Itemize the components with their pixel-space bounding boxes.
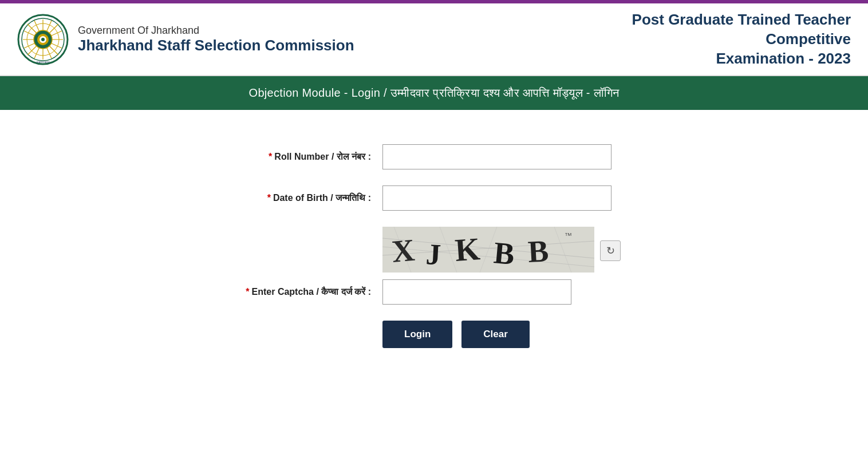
header-left: JHARKHAND Government Of Jharkhand Jharkh… [17,14,354,65]
captcha-container: X J K B B ™ [382,227,594,275]
login-form: *Roll Number / रोल नंबर : *Date of Birth… [199,144,669,348]
button-row: Login Clear [382,321,669,348]
dob-row: *Date of Birth / जन्मतिथि : [199,185,669,211]
dob-input[interactable] [382,185,611,211]
gov-logo: JHARKHAND [17,14,69,65]
required-star-captcha: * [246,287,249,297]
svg-text:J: J [425,238,441,271]
main-content: *Roll Number / रोल नंबर : *Date of Birth… [0,110,868,371]
svg-point-13 [41,38,45,41]
captcha-input[interactable] [382,279,571,305]
roll-number-input[interactable] [382,144,611,169]
svg-text:X: X [390,232,416,269]
dob-label: *Date of Birth / जन्मतिथि : [199,193,382,203]
roll-number-label: *Roll Number / रोल नंबर : [199,152,382,162]
svg-text:K: K [454,231,482,268]
captcha-input-row: *Enter Captcha / कैप्चा दर्ज करें : [199,279,669,305]
captcha-refresh-button[interactable]: ↻ [600,240,621,261]
captcha-label: *Enter Captcha / कैप्चा दर्ज करें : [199,287,382,297]
svg-text:B: B [492,236,516,272]
gov-name: Government Of Jharkhand [78,25,354,37]
svg-text:JHARKHAND: JHARKHAND [36,61,50,64]
captcha-image-row: X J K B B ™ ↻ [382,227,669,275]
commission-name: Jharkhand Staff Selection Commission [78,37,354,54]
roll-number-row: *Roll Number / रोल नंबर : [199,144,669,169]
required-star-dob: * [267,193,271,203]
captcha-image: X J K B B ™ [382,227,594,273]
clear-button[interactable]: Clear [461,321,530,348]
login-button[interactable]: Login [382,321,452,348]
svg-text:™: ™ [565,231,572,240]
required-star-roll: * [269,152,272,161]
header: JHARKHAND Government Of Jharkhand Jharkh… [0,3,868,76]
svg-text:B: B [527,234,549,270]
header-right: Post Graduate Trained Teacher Competitiv… [565,10,851,68]
refresh-icon: ↻ [606,244,615,257]
page-banner: Objection Module - Login / उम्मीदवार प्र… [0,76,868,110]
org-text: Government Of Jharkhand Jharkhand Staff … [78,25,354,54]
exam-title: Post Graduate Trained Teacher Competitiv… [565,10,851,68]
